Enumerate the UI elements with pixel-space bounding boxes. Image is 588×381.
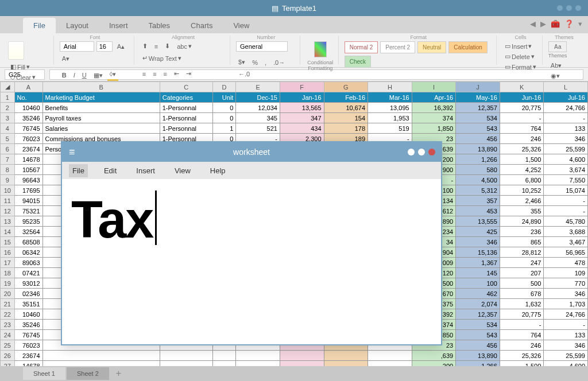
cell[interactable]: 35246: [14, 320, 42, 330]
col-header-G[interactable]: G: [324, 82, 368, 92]
cell[interactable]: 534: [456, 113, 500, 123]
theme-fonts[interactable]: ◉▾: [548, 71, 564, 81]
row-header-12[interactable]: 12: [1, 206, 15, 216]
cell[interactable]: Payroll taxes: [42, 113, 160, 123]
cell[interactable]: 521: [236, 123, 280, 134]
row-header-15[interactable]: 15: [1, 237, 15, 247]
cell[interactable]: 3,467: [544, 237, 588, 247]
row-header-18[interactable]: 18: [1, 268, 15, 278]
modal-titlebar[interactable]: ≡ worksheet: [62, 142, 441, 162]
cell[interactable]: 1,703: [544, 299, 588, 309]
cell[interactable]: 1-Personnal: [160, 103, 212, 113]
row-header-6[interactable]: 6: [1, 144, 15, 154]
cell[interactable]: 4,500: [456, 175, 500, 185]
style-percent-2[interactable]: Percent 2: [380, 41, 415, 53]
cell[interactable]: 07421: [14, 268, 42, 278]
cell[interactable]: 13,890: [456, 144, 500, 154]
col-header-D[interactable]: D: [212, 82, 236, 92]
cell[interactable]: 355: [500, 206, 544, 216]
cell[interactable]: 3,674: [544, 165, 588, 175]
cell[interactable]: 0: [212, 103, 236, 113]
cell[interactable]: 32564: [14, 227, 42, 237]
italic-button[interactable]: I: [71, 71, 78, 80]
col-header-J[interactable]: J: [456, 82, 500, 92]
row-header-17[interactable]: 17: [1, 258, 15, 268]
bold-button[interactable]: B: [60, 71, 69, 80]
cell[interactable]: 24,766: [544, 309, 588, 320]
cell[interactable]: 133: [544, 330, 588, 340]
cell[interactable]: 10460: [14, 309, 42, 320]
row-header-23[interactable]: 23: [1, 320, 15, 330]
cell[interactable]: [280, 351, 324, 361]
col-header-F[interactable]: F: [280, 82, 324, 92]
dec-dec[interactable]: ←.0: [236, 69, 252, 79]
cell[interactable]: 6,800: [500, 175, 544, 185]
border-button[interactable]: ▦▾: [91, 71, 105, 80]
cell[interactable]: 4,600: [544, 154, 588, 165]
help-icon[interactable]: ❓: [564, 20, 574, 28]
cell[interactable]: 347: [280, 113, 324, 123]
more-icon[interactable]: ▾: [578, 20, 582, 28]
cell[interactable]: 534: [456, 320, 500, 330]
cell[interactable]: Benefits: [42, 103, 160, 113]
cell[interactable]: 764: [500, 123, 544, 134]
style-check[interactable]: Check: [345, 56, 371, 68]
header-cell[interactable]: Jan-16: [280, 92, 324, 103]
font-grow[interactable]: A▴: [115, 42, 127, 52]
cell[interactable]: 346: [456, 237, 500, 247]
cell[interactable]: 5,312: [456, 185, 500, 196]
percent[interactable]: %: [250, 58, 260, 67]
font-name-select[interactable]: [60, 41, 94, 52]
cell[interactable]: 94015: [14, 196, 42, 206]
cells-insert[interactable]: ▭ Insert ▾: [502, 41, 535, 51]
row-header-20[interactable]: 20: [1, 289, 15, 299]
cell[interactable]: 28,812: [500, 247, 544, 258]
themes-btn[interactable]: Aa: [548, 41, 567, 52]
cell[interactable]: 346: [544, 289, 588, 299]
cell[interactable]: 543: [456, 330, 500, 340]
tab-layout[interactable]: Layout: [56, 18, 99, 33]
modal-menu-edit[interactable]: Edit: [100, 164, 120, 177]
header-cell[interactable]: Marketing Budget: [42, 92, 160, 103]
cell[interactable]: 76023: [14, 134, 42, 144]
select-all[interactable]: ◢: [1, 82, 15, 92]
header-cell[interactable]: Mar-16: [368, 92, 412, 103]
cell[interactable]: 95235: [14, 216, 42, 227]
cell[interactable]: -: [500, 320, 544, 330]
cell[interactable]: 13,555: [456, 216, 500, 227]
row-header-26[interactable]: 26: [1, 351, 15, 361]
cell[interactable]: 425: [456, 227, 500, 237]
cell[interactable]: 75321: [14, 206, 42, 216]
cell[interactable]: [368, 351, 412, 361]
indent-inc[interactable]: ⇥: [184, 69, 194, 79]
modal-close[interactable]: [428, 149, 435, 155]
col-header-K[interactable]: K: [500, 82, 544, 92]
col-header-A[interactable]: A: [14, 82, 42, 92]
cell[interactable]: ,639: [412, 351, 456, 361]
cell[interactable]: 247: [500, 258, 544, 268]
cell[interactable]: 453: [456, 206, 500, 216]
row-header-5[interactable]: 5: [1, 134, 15, 144]
cell[interactable]: 346: [544, 134, 588, 144]
row-header-7[interactable]: 7: [1, 154, 15, 165]
cell[interactable]: 12,357: [456, 309, 500, 320]
paste-button[interactable]: [8, 41, 24, 60]
row-header-10[interactable]: 10: [1, 185, 15, 196]
modal-menu-help[interactable]: Help: [207, 164, 229, 177]
cell[interactable]: 17695: [14, 185, 42, 196]
cell[interactable]: 10,252: [500, 185, 544, 196]
header-cell[interactable]: Feb-16: [324, 92, 368, 103]
tab-file[interactable]: File: [23, 18, 56, 33]
cell[interactable]: 76745: [14, 123, 42, 134]
cell[interactable]: 7,550: [544, 175, 588, 185]
col-header-B[interactable]: B: [42, 82, 160, 92]
orient[interactable]: abc▾: [175, 41, 194, 51]
currency[interactable]: $▾: [236, 57, 247, 67]
align-mid[interactable]: ≡: [152, 42, 160, 51]
add-sheet-button[interactable]: +: [110, 366, 127, 381]
col-header-E[interactable]: E: [236, 82, 280, 92]
row-header-8[interactable]: 8: [1, 165, 15, 175]
cell[interactable]: 02346: [14, 289, 42, 299]
cell[interactable]: 1,266: [456, 154, 500, 165]
row-header-16[interactable]: 16: [1, 247, 15, 258]
